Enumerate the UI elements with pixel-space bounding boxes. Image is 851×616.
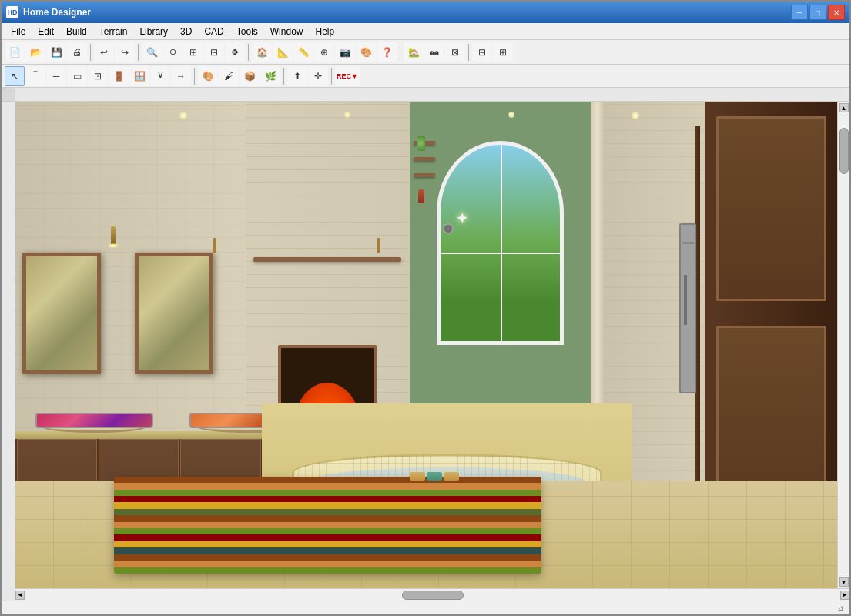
menu-library[interactable]: Library — [133, 25, 174, 38]
print-button[interactable]: 🖨 — [67, 42, 87, 62]
rug-stripe-12 — [114, 547, 541, 554]
close-button[interactable]: ✕ — [828, 5, 845, 20]
door-tool[interactable]: 🚪 — [109, 66, 129, 86]
roof-button[interactable]: 🏘 — [424, 42, 444, 62]
deck-button[interactable]: ⊠ — [445, 42, 465, 62]
material-tool[interactable]: 🖌 — [219, 66, 239, 86]
rug-stripe-10 — [114, 534, 541, 541]
resize-handle[interactable]: ⊿ — [834, 602, 846, 614]
menu-bar: File Edit Build Terrain Library 3D CAD T… — [2, 23, 849, 40]
rug-stripe-4 — [114, 496, 541, 502]
floor-plan-button[interactable]: 📐 — [273, 42, 293, 62]
rug-stripes-container — [114, 477, 541, 574]
scroll-down-arrow[interactable]: ▼ — [839, 578, 849, 587]
mirror-right — [135, 253, 213, 374]
rug-stripe-2 — [114, 483, 541, 489]
rug-stripe-6 — [114, 509, 541, 515]
arc-tool[interactable]: ⌒ — [25, 66, 45, 86]
record-button[interactable]: REC▼ — [335, 66, 360, 86]
menu-file[interactable]: File — [5, 25, 32, 38]
menu-cad[interactable]: CAD — [198, 25, 230, 38]
wall-sconce-center-left — [108, 226, 119, 248]
save-button[interactable]: 💾 — [46, 42, 66, 62]
h-scroll-thumb[interactable] — [402, 591, 464, 600]
new-button[interactable]: 📄 — [5, 42, 25, 62]
scroll-up-arrow[interactable]: ▲ — [839, 103, 849, 112]
render-button[interactable]: 🎨 — [356, 42, 376, 62]
dim-tool[interactable]: ↔ — [171, 66, 191, 86]
separator-1 — [90, 44, 91, 61]
menu-help[interactable]: Help — [309, 25, 340, 38]
toolbar-window-controls: ⊟ ⊞ — [472, 42, 513, 62]
select-tool[interactable]: ↖ — [5, 66, 25, 86]
toolbar-undo-group: ↩ ↪ — [94, 42, 135, 62]
separator-3 — [248, 44, 249, 61]
towel-1 — [410, 472, 425, 481]
tile-button[interactable]: ⊞ — [493, 42, 513, 62]
move-tool[interactable]: ✛ — [308, 66, 328, 86]
window-controls: ─ □ ✕ — [791, 5, 845, 20]
room-tool[interactable]: ⊡ — [88, 66, 108, 86]
v-scrollbar: ▲ ▼ — [837, 102, 849, 588]
ceiling-light-3 — [344, 112, 350, 118]
shower-pipe — [684, 275, 687, 325]
zoom-out-button[interactable]: ⊖ — [162, 42, 183, 62]
undo-button[interactable]: ↩ — [94, 42, 114, 62]
title-bar: HD Home Designer ─ □ ✕ — [2, 2, 849, 23]
menu-3d[interactable]: 3D — [174, 25, 198, 38]
ceiling-light-4 — [508, 112, 514, 118]
toolbar-file-group: 📄 📂 💾 🖨 — [5, 42, 87, 62]
menu-terrain[interactable]: Terrain — [93, 25, 134, 38]
redo-button[interactable]: ↪ — [115, 42, 135, 62]
maximize-button[interactable]: □ — [809, 5, 826, 20]
minimize-button[interactable]: ─ — [791, 5, 808, 20]
object-tool[interactable]: 📦 — [240, 66, 260, 86]
cascade-button[interactable]: ⊟ — [472, 42, 492, 62]
plant-tool[interactable]: 🌿 — [260, 66, 280, 86]
menu-tools[interactable]: Tools — [230, 25, 264, 38]
line-tool[interactable]: ─ — [46, 66, 66, 86]
zoom-in-button[interactable]: 🔍 — [142, 42, 162, 62]
door-panel-top — [716, 116, 826, 301]
section-button[interactable]: ⊕ — [314, 42, 334, 62]
main-view: ✦ — [15, 88, 849, 601]
shelf-2 — [414, 157, 435, 161]
sconce-2-body — [377, 238, 380, 253]
viewport[interactable]: ✦ — [15, 102, 837, 588]
left-sconce-2 — [377, 238, 380, 253]
open-button[interactable]: 📂 — [25, 42, 45, 62]
v-scroll-thumb[interactable] — [839, 128, 849, 174]
elevation-button[interactable]: 📏 — [293, 42, 313, 62]
up-arrow-tool[interactable]: ⬆ — [287, 66, 307, 86]
menu-edit[interactable]: Edit — [32, 25, 60, 38]
shelf-vase-brown — [418, 189, 424, 203]
mirror-left — [22, 253, 101, 374]
menu-build[interactable]: Build — [60, 25, 93, 38]
starburst: ✦ — [455, 209, 469, 229]
paint-tool[interactable]: 🎨 — [198, 66, 218, 86]
menu-window[interactable]: Window — [264, 25, 310, 38]
room-scene: ✦ — [15, 102, 837, 588]
ext-view-button[interactable]: 🏡 — [404, 42, 424, 62]
zoom-box-button[interactable]: ⊟ — [204, 42, 224, 62]
separator-4 — [400, 44, 400, 61]
scroll-right-arrow[interactable]: ► — [840, 591, 849, 600]
stair-tool[interactable]: ⊻ — [150, 66, 170, 86]
fill-window-button[interactable]: ⊞ — [183, 42, 203, 62]
help-button[interactable]: ❓ — [377, 42, 397, 62]
view-3d-button[interactable]: 🏠 — [252, 42, 272, 62]
rug-stripe-11 — [114, 541, 541, 547]
shower-fixture — [679, 223, 696, 393]
pan-button[interactable]: ✥ — [225, 42, 245, 62]
wall-tool[interactable]: ▭ — [67, 66, 87, 86]
top-ruler — [15, 88, 849, 102]
h-scroll-track — [25, 591, 840, 600]
ruler-corner — [2, 88, 15, 102]
rug-stripe-1 — [114, 477, 541, 483]
window-tool[interactable]: 🪟 — [129, 66, 149, 86]
sep-t2-3 — [331, 68, 332, 85]
scroll-left-arrow[interactable]: ◄ — [15, 591, 25, 600]
toolbar-secondary: ↖ ⌒ ─ ▭ ⊡ 🚪 🪟 ⊻ ↔ 🎨 🖌 📦 🌿 ⬆ ✛ REC▼ — [2, 65, 849, 88]
sep-t2-1 — [194, 68, 195, 85]
camera-button[interactable]: 📷 — [335, 42, 355, 62]
